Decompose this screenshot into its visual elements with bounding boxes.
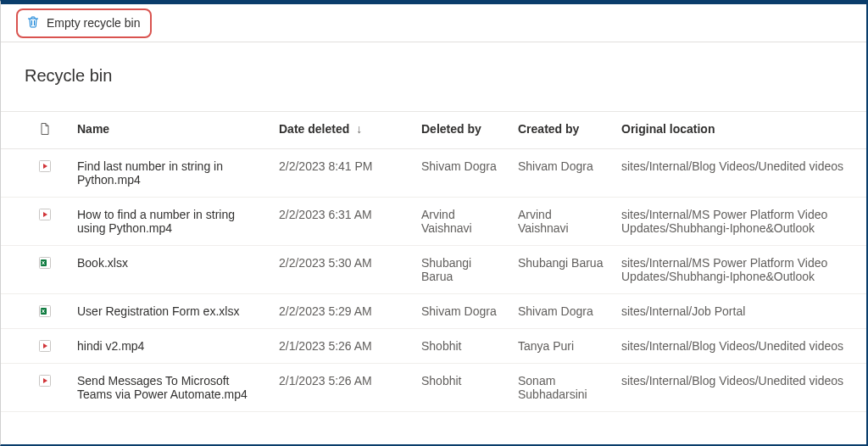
column-select	[1, 112, 30, 149]
row-created-by: Shivam Dogra	[509, 294, 613, 329]
row-deleted-by: Shivam Dogra	[413, 294, 509, 329]
column-created-by[interactable]: Created by	[509, 112, 613, 149]
column-original-location[interactable]: Original location	[613, 112, 866, 149]
row-select-cell[interactable]	[1, 198, 30, 246]
row-type-icon	[30, 198, 69, 246]
row-original-location: sites/Internal/MS Power Platform Video U…	[613, 198, 866, 246]
row-select-cell[interactable]	[1, 329, 30, 364]
row-date-deleted: 2/2/2023 6:31 AM	[270, 198, 413, 246]
row-original-location: sites/Internal/Blog Videos/Unedited vide…	[613, 364, 866, 412]
row-name[interactable]: Book.xlsx	[69, 246, 270, 294]
row-select-cell[interactable]	[1, 149, 30, 198]
row-name[interactable]: Send Messages To Microsoft Teams via Pow…	[69, 364, 270, 412]
recycle-bin-table: Name Date deleted ↓ Deleted by Created b…	[1, 111, 866, 412]
row-deleted-by: Arvind Vaishnavi	[413, 198, 509, 246]
column-deleted-by[interactable]: Deleted by	[413, 112, 509, 149]
column-type[interactable]	[30, 112, 69, 149]
row-date-deleted: 2/1/2023 5:26 AM	[270, 364, 413, 412]
row-select-cell[interactable]	[1, 246, 30, 294]
table-row[interactable]: hindi v2.mp42/1/2023 5:26 AMShobhitTanya…	[1, 329, 866, 364]
empty-recycle-bin-button[interactable]: Empty recycle bin	[16, 8, 152, 38]
sort-descending-icon: ↓	[353, 122, 362, 136]
row-date-deleted: 2/2/2023 5:30 AM	[270, 246, 413, 294]
row-select-cell[interactable]	[1, 294, 30, 329]
row-original-location: sites/Internal/Blog Videos/Unedited vide…	[613, 149, 866, 198]
row-type-icon	[30, 294, 69, 329]
page-title: Recycle bin	[25, 66, 866, 86]
table-row[interactable]: Book.xlsx2/2/2023 5:30 AMShubangi BaruaS…	[1, 246, 866, 294]
trash-icon	[26, 15, 40, 31]
column-name[interactable]: Name	[69, 112, 270, 149]
row-date-deleted: 2/2/2023 8:41 PM	[270, 149, 413, 198]
row-date-deleted: 2/2/2023 5:29 AM	[270, 294, 413, 329]
row-deleted-by: Shobhit	[413, 329, 509, 364]
row-created-by: Shubangi Barua	[509, 246, 613, 294]
row-type-icon	[30, 364, 69, 412]
row-created-by: Shivam Dogra	[509, 149, 613, 198]
table-row[interactable]: User Registration Form ex.xlsx2/2/2023 5…	[1, 294, 866, 329]
row-name[interactable]: How to find a number in string using Pyt…	[69, 198, 270, 246]
table-row[interactable]: Find last number in string in Python.mp4…	[1, 149, 866, 198]
row-created-by: Tanya Puri	[509, 329, 613, 364]
row-type-icon	[30, 329, 69, 364]
row-deleted-by: Shubangi Barua	[413, 246, 509, 294]
table-row[interactable]: How to find a number in string using Pyt…	[1, 198, 866, 246]
table-row[interactable]: Send Messages To Microsoft Teams via Pow…	[1, 364, 866, 412]
row-created-by: Sonam Subhadarsini	[509, 364, 613, 412]
row-name[interactable]: User Registration Form ex.xlsx	[69, 294, 270, 329]
row-name[interactable]: Find last number in string in Python.mp4	[69, 149, 270, 198]
toolbar: Empty recycle bin	[1, 2, 866, 42]
row-date-deleted: 2/1/2023 5:26 AM	[270, 329, 413, 364]
row-deleted-by: Shobhit	[413, 364, 509, 412]
row-original-location: sites/Internal/Blog Videos/Unedited vide…	[613, 329, 866, 364]
empty-recycle-bin-label: Empty recycle bin	[47, 16, 140, 30]
row-select-cell[interactable]	[1, 364, 30, 412]
row-created-by: Arvind Vaishnavi	[509, 198, 613, 246]
table-header-row: Name Date deleted ↓ Deleted by Created b…	[1, 112, 866, 149]
row-original-location: sites/Internal/Job Portal	[613, 294, 866, 329]
row-type-icon	[30, 149, 69, 198]
row-name[interactable]: hindi v2.mp4	[69, 329, 270, 364]
row-original-location: sites/Internal/MS Power Platform Video U…	[613, 246, 866, 294]
file-icon	[38, 125, 52, 138]
column-date-deleted[interactable]: Date deleted ↓	[270, 112, 413, 149]
row-deleted-by: Shivam Dogra	[413, 149, 509, 198]
row-type-icon	[30, 246, 69, 294]
